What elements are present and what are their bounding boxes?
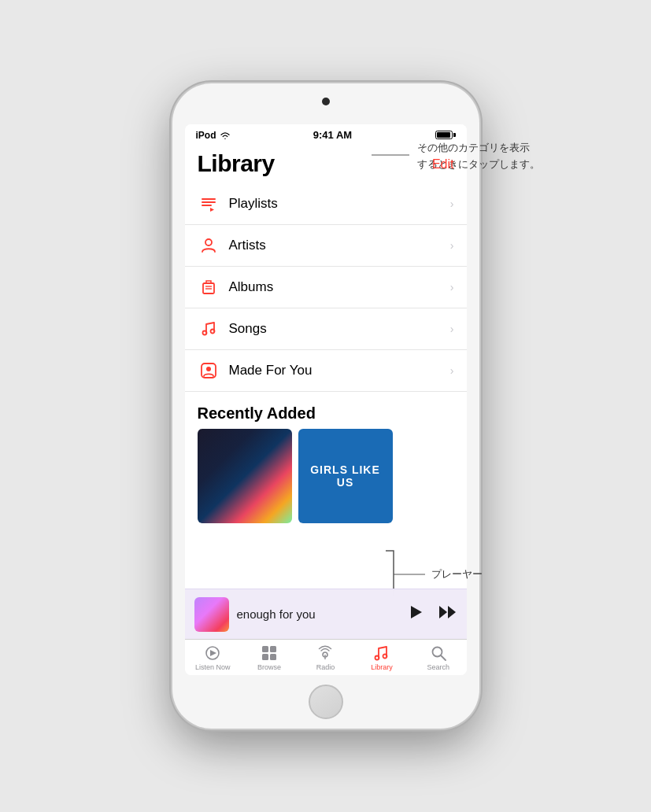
recently-added-title: Recently Added [185,392,467,429]
wifi-icon [220,131,231,139]
album-grid: GIRLS LIKE US [185,429,467,523]
svg-point-23 [375,655,379,659]
tab-radio[interactable]: Radio [298,644,354,671]
songs-label: Songs [229,321,450,337]
menu-item-artists[interactable]: Artists › [185,225,467,267]
albums-label: Albums [229,279,450,295]
menu-item-albums[interactable]: Albums › [185,267,467,308]
artists-icon [198,234,220,257]
screen: iPod 9:41 AM [185,124,467,675]
tab-listen-now-label: Listen Now [195,663,231,671]
album-text: GIRLS LIKE US [305,463,387,489]
svg-marker-12 [411,606,422,618]
made-for-you-chevron: › [450,364,454,377]
artists-label: Artists [229,238,450,253]
svg-marker-3 [210,208,214,212]
album-art-2[interactable]: GIRLS LIKE US [298,429,393,523]
svg-rect-20 [270,654,276,660]
menu-item-made-for-you[interactable]: Made For You › [185,350,467,392]
tab-library-label: Library [371,663,393,671]
songs-icon [198,318,220,340]
made-for-you-label: Made For You [229,363,450,378]
status-right [435,131,456,139]
page-wrapper: iPod 9:41 AM [0,0,651,812]
front-camera [322,98,330,105]
home-button[interactable] [309,685,343,719]
player-annotation: プレーヤー [431,567,483,583]
svg-marker-16 [210,650,216,656]
svg-marker-13 [439,606,447,618]
svg-rect-19 [262,654,268,660]
tab-listen-now[interactable]: Listen Now [185,644,242,671]
svg-marker-14 [448,606,456,618]
tab-search[interactable]: Search [410,644,467,671]
mini-player[interactable]: enough for you [185,589,467,639]
playlists-label: Playlists [229,196,450,212]
menu-item-songs[interactable]: Songs › [185,308,467,350]
svg-point-11 [206,367,211,371]
carrier-label: iPod [196,130,216,141]
menu-item-playlists[interactable]: Playlists › [185,183,467,225]
artists-chevron: › [450,239,454,252]
browse-icon [261,644,278,662]
playlists-icon [198,193,220,215]
svg-point-9 [210,330,214,334]
svg-point-24 [383,654,387,658]
search-icon [430,644,447,662]
svg-rect-17 [262,646,268,652]
tab-search-label: Search [427,663,449,671]
menu-list: Playlists › Artists › [185,183,467,392]
library-icon [373,644,390,662]
songs-chevron: › [450,323,454,335]
made-for-you-icon [198,360,220,382]
play-button[interactable] [407,603,424,626]
tab-browse-label: Browse [257,663,281,671]
fast-forward-button[interactable] [438,604,457,624]
listen-now-icon [204,644,221,662]
svg-line-26 [441,655,446,660]
svg-point-4 [205,239,212,245]
albums-chevron: › [450,281,454,293]
status-time: 9:41 AM [313,129,352,141]
radio-icon [316,644,334,662]
albums-icon [198,276,220,298]
mini-player-title: enough for you [237,607,399,621]
tab-library[interactable]: Library [353,644,410,671]
tab-radio-label: Radio [316,663,335,671]
mini-player-controls [407,603,457,626]
svg-point-8 [202,331,206,335]
edit-button[interactable]: Edit [432,157,454,172]
tab-bar: Listen Now Browse [185,639,467,675]
mini-player-art [194,597,229,632]
album-art-1[interactable] [198,429,292,523]
playlists-chevron: › [450,197,454,210]
svg-rect-18 [270,646,276,652]
ipod-device: iPod 9:41 AM [172,83,479,729]
tab-browse[interactable]: Browse [241,644,298,671]
battery-indicator [435,131,456,139]
status-left: iPod [196,130,231,141]
